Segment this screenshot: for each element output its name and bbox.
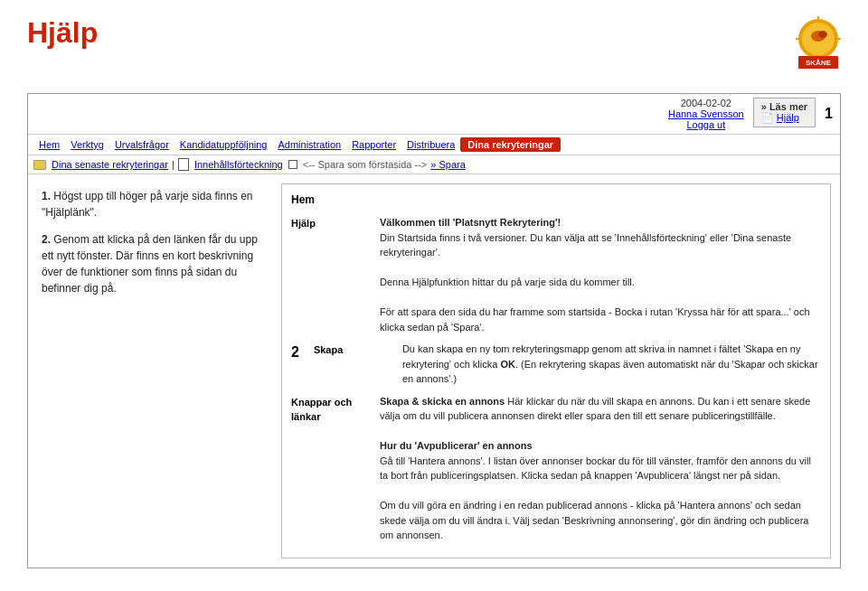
item-1-num: 1. xyxy=(42,190,51,202)
las-mer-box: » Läs mer 📄 Hjälp xyxy=(753,98,816,127)
item-1-text: Högst upp till höger på varje sida finns… xyxy=(42,190,253,219)
folder-icon xyxy=(33,160,46,170)
help-home-title: Hem xyxy=(291,192,821,208)
avpublicera-title: Hur du 'Avpublicerar' en annons xyxy=(380,440,533,451)
breadcrumb-bar: Dina senaste rekryteringar | Innehållsfö… xyxy=(28,155,840,174)
page-title: Hjälp xyxy=(27,16,98,50)
help-panel: Hem Hjälp Välkommen till 'Platsnytt Rekr… xyxy=(281,183,831,558)
nav-item-distribuera[interactable]: Distribuera xyxy=(401,137,460,152)
main-content: 2004-02-02 Hanna Svensson Logga ut » Läs… xyxy=(0,84,868,586)
help-desc-skapa: Du kan skapa en ny tom rekryteringsmapp … xyxy=(402,342,821,387)
skane-logo: SKÅNE xyxy=(769,16,841,75)
logout-link[interactable]: Logga ut xyxy=(686,119,725,130)
spara-link[interactable]: » Spara xyxy=(430,159,466,170)
las-mer-title: » Läs mer xyxy=(761,101,807,112)
nav-item-admin[interactable]: Administration xyxy=(272,137,346,152)
inner-frame: 2004-02-02 Hanna Svensson Logga ut » Läs… xyxy=(27,93,841,568)
save-checkbox[interactable] xyxy=(288,160,297,169)
help-label-skapa: Skapa xyxy=(314,342,395,387)
page-header: Hjälp SKÅNE xyxy=(0,0,868,84)
date-display: 2004-02-02 xyxy=(668,98,744,108)
help-label-knappar: Knappar och länkar xyxy=(291,394,373,543)
help-label-hjalp: Hjälp xyxy=(291,215,373,334)
breadcrumb-page-link[interactable]: Innehållsförteckning xyxy=(194,159,283,170)
hjalp-welcome: Välkommen till 'Platsnytt Rekrytering'! xyxy=(380,217,561,228)
user-link[interactable]: Hanna Svensson xyxy=(668,108,744,119)
logo-area: SKÅNE xyxy=(769,16,841,75)
nav-item-urval[interactable]: Urvalsfrågor xyxy=(109,137,175,152)
left-item-1: 1. Högst upp till höger på varje sida fi… xyxy=(42,188,272,220)
help-row-skapa: 2 Skapa Du kan skapa en ny tom rekryteri… xyxy=(291,342,821,387)
date-user-section: 2004-02-02 Hanna Svensson Logga ut xyxy=(668,98,744,130)
breadcrumb-folder-link[interactable]: Dina senaste rekryteringar xyxy=(52,159,168,170)
item-2-num: 2. xyxy=(42,233,51,246)
help-badge-2: 2 xyxy=(291,342,299,387)
nav-item-hem[interactable]: Hem xyxy=(33,137,65,152)
breadcrumb-sep: | xyxy=(172,159,175,170)
help-desc-hjalp: Välkommen till 'Platsnytt Rekrytering'! … xyxy=(380,215,821,334)
help-row-knappar: Knappar och länkar Skapa & skicka en ann… xyxy=(291,394,821,543)
help-row-hjalp: Hjälp Välkommen till 'Platsnytt Rekryter… xyxy=(291,215,821,334)
top-badge: 1 xyxy=(825,106,833,122)
nav-item-kandidat[interactable]: Kandidatuppföljning xyxy=(175,137,273,152)
las-mer-link[interactable]: Hjälp xyxy=(777,112,799,123)
nav-bar: Hem Verktyg Urvalsfrågor Kandidatuppfölj… xyxy=(28,135,840,155)
help-desc-knappar: Skapa & skicka en annons Här klickar du … xyxy=(380,394,821,543)
page-icon xyxy=(178,158,189,171)
breadcrumb-arrow-text: <-- Spara som förstasida --> xyxy=(303,159,428,170)
top-info-bar: 2004-02-02 Hanna Svensson Logga ut » Läs… xyxy=(28,94,840,135)
item-2-text: Genom att klicka på den länken får du up… xyxy=(42,233,258,295)
body-content: 1. Högst upp till höger på varje sida fi… xyxy=(28,174,840,568)
nav-item-verktyg[interactable]: Verktyg xyxy=(65,137,109,152)
left-text-section: 1. Högst upp till höger på varje sida fi… xyxy=(37,183,281,558)
nav-item-rapporter[interactable]: Rapporter xyxy=(346,137,401,152)
svg-point-7 xyxy=(818,31,827,38)
svg-text:SKÅNE: SKÅNE xyxy=(806,59,832,67)
knappar-title: Skapa & skicka en annons xyxy=(380,396,505,407)
nav-item-dina[interactable]: Dina rekryteringar xyxy=(460,137,561,152)
left-item-2: 2. Genom att klicka på den länken får du… xyxy=(42,231,272,296)
